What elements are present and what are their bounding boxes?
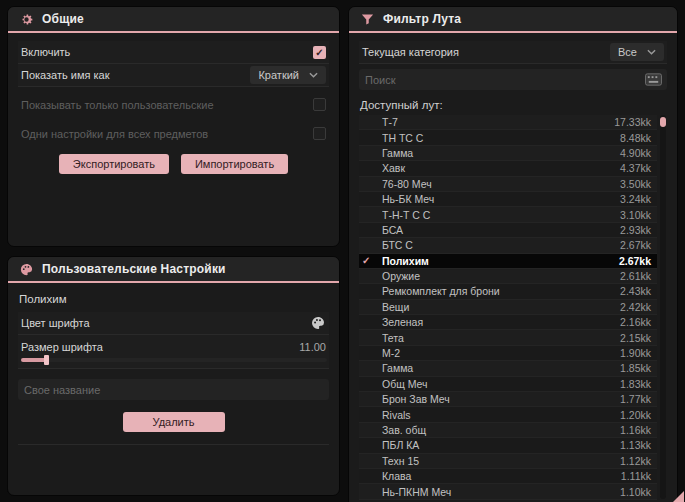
category-row: Текущая категория Все <box>359 41 667 64</box>
loot-item-row[interactable]: Брон Зав Меч 1.77kk <box>359 392 657 407</box>
name-format-value: Краткий <box>258 69 299 81</box>
divider <box>18 444 329 445</box>
loot-item-value: 4.37kk <box>620 162 651 174</box>
loot-item-value: 8.48kk <box>620 132 651 144</box>
loot-item-name: Зав. общ <box>382 424 620 436</box>
loot-item-row[interactable]: Гамма 1.85kk <box>359 361 657 376</box>
loot-item-name: Тета <box>382 332 620 344</box>
loot-item-row[interactable]: М-2 1.90kk <box>359 346 657 361</box>
panel-general-body: Включить ✓ Показать имя как Краткий Пока… <box>8 33 339 246</box>
loot-item-value: 1.90kk <box>620 347 651 359</box>
loot-item-row[interactable]: Вещи 2.42kk <box>359 300 657 315</box>
loot-item-row[interactable]: Т-Н-Т С С 3.10kk <box>359 207 657 222</box>
enable-checkbox[interactable]: ✓ <box>313 46 326 59</box>
loot-item-name: Брон Зав Меч <box>382 393 620 405</box>
panel-user-settings-title: Пользовательские Настройки <box>42 262 226 276</box>
loot-item-name: Полихим <box>382 255 619 267</box>
loot-item-value: 2.43kk <box>620 285 651 297</box>
loot-item-row[interactable]: Тета 2.15kk <box>359 330 657 345</box>
same-settings-checkbox[interactable] <box>313 127 326 140</box>
keyboard-icon[interactable] <box>645 72 662 85</box>
loot-item-name: БСА <box>382 224 620 236</box>
loot-item-row[interactable]: Зеленая 2.16kk <box>359 315 657 330</box>
loot-item-row[interactable]: БСА 2.93kk <box>359 223 657 238</box>
loot-item-row[interactable]: Т-7 17.33kk <box>359 115 657 130</box>
search-input[interactable] <box>359 69 667 90</box>
loot-item-value: 1.13kk <box>620 439 651 451</box>
custom-name-input[interactable] <box>18 379 329 400</box>
panel-general-header: Общие <box>8 7 339 33</box>
loot-item-row[interactable]: Оружие 2.61kk <box>359 269 657 284</box>
loot-list-label: Доступный лут: <box>360 99 666 111</box>
loot-item-row[interactable]: Техн 15 1.12kk <box>359 454 657 469</box>
loot-item-value: 2.67kk <box>619 255 651 267</box>
loot-item-name: Гамма <box>382 362 620 374</box>
slider-handle[interactable] <box>44 355 49 365</box>
loot-item-name: Оружие <box>382 270 620 282</box>
loot-item-row[interactable]: Хавк 4.37kk <box>359 161 657 176</box>
loot-item-row[interactable]: Ремкомплект для брони 2.43kk <box>359 284 657 299</box>
loot-item-name: Т-7 <box>382 116 614 128</box>
loot-item-name: Ремкомплект для брони <box>382 285 620 297</box>
loot-item-value: 1.16kk <box>620 424 651 436</box>
loot-item-row[interactable]: Зав. общ 1.16kk <box>359 423 657 438</box>
panel-general: Общие Включить ✓ Показать имя как Кратки… <box>7 6 340 247</box>
enable-label: Включить <box>21 46 70 58</box>
loot-item-name: БТС С <box>382 239 620 251</box>
loot-item-value: 1.12kk <box>620 455 651 467</box>
setting-row-enable: Включить ✓ <box>18 41 329 64</box>
loot-item-value: 2.61kk <box>620 270 651 282</box>
loot-item-name: М-2 <box>382 347 620 359</box>
left-column: Общие Включить ✓ Показать имя как Кратки… <box>7 6 340 496</box>
loot-item-value: 3.24kk <box>620 193 651 205</box>
search-row <box>359 69 667 90</box>
palette-icon <box>19 262 34 277</box>
selected-item-name: Полихим <box>19 293 328 305</box>
only-custom-checkbox[interactable] <box>313 98 326 111</box>
loot-item-value: 3.50kk <box>620 178 651 190</box>
delete-button[interactable]: Удалить <box>123 412 225 432</box>
name-format-dropdown[interactable]: Краткий <box>250 66 326 84</box>
mod-settings-window: Общие Включить ✓ Показать имя как Кратки… <box>0 0 685 502</box>
loot-item-name: ПБЛ КА <box>382 439 620 451</box>
custom-name-row <box>18 379 329 400</box>
setting-row-only-custom: Показывать только пользовательские <box>18 93 329 116</box>
loot-item-value: 2.42kk <box>620 301 651 313</box>
loot-item-row[interactable]: Гамма 4.90kk <box>359 146 657 161</box>
loot-item-value: 1.20kk <box>620 409 651 421</box>
loot-item-row[interactable]: Нь-ПКНМ Меч 1.10kk <box>359 484 657 499</box>
panel-user-settings-header: Пользовательские Настройки <box>8 257 339 283</box>
loot-item-name: ТН ТС С <box>382 132 620 144</box>
font-color-label: Цвет шрифта <box>21 317 90 329</box>
loot-item-row[interactable]: Общ Меч 1.83kk <box>359 377 657 392</box>
loot-item-name: Техн 15 <box>382 455 620 467</box>
setting-row-same-settings: Одни настройки для всех предметов <box>18 122 329 145</box>
loot-item-name: Клава <box>382 470 621 482</box>
color-picker-icon[interactable] <box>310 315 326 331</box>
panel-loot-filter-title: Фильтр Лута <box>383 12 461 26</box>
loot-item-row[interactable]: БТС С 2.67kk <box>359 238 657 253</box>
font-size-label: Размер шрифта <box>21 341 103 353</box>
loot-item-row[interactable]: ПБЛ КА 1.13kk <box>359 438 657 453</box>
loot-item-name: Гамма <box>382 147 620 159</box>
loot-item-name: Rivals <box>382 409 620 421</box>
chevron-down-icon <box>309 72 318 78</box>
font-size-slider[interactable] <box>21 358 327 362</box>
loot-item-row[interactable]: 76-80 Меч 3.50kk <box>359 177 657 192</box>
scrollbar[interactable] <box>660 115 666 499</box>
setting-row-name-format: Показать имя как Краткий <box>18 64 329 87</box>
loot-item-row[interactable]: Клава 1.11kk <box>359 469 657 484</box>
loot-item-row[interactable]: ✓ Полихим 2.67kk <box>359 254 657 269</box>
loot-item-name: Нь-БК Меч <box>382 193 620 205</box>
panel-user-settings-body: Полихим Цвет шрифта Размер шрифта 11.00 <box>8 283 339 495</box>
selected-check-icon: ✓ <box>362 255 382 266</box>
loot-item-row[interactable]: Нь-БК Меч 3.24kk <box>359 192 657 207</box>
delete-row: Удалить <box>18 412 329 432</box>
scrollbar-thumb[interactable] <box>660 117 666 127</box>
category-dropdown[interactable]: Все <box>610 43 664 61</box>
loot-item-row[interactable]: Rivals 1.20kk <box>359 407 657 422</box>
export-button[interactable]: Экспортировать <box>59 154 169 174</box>
resize-grip[interactable] <box>673 491 684 502</box>
import-button[interactable]: Импортировать <box>181 154 288 174</box>
loot-item-row[interactable]: ТН ТС С 8.48kk <box>359 130 657 145</box>
